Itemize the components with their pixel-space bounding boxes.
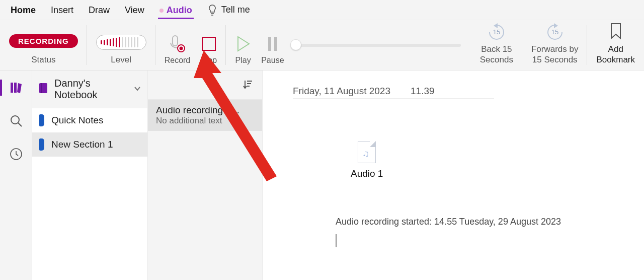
svg-text:15: 15 [493, 28, 500, 36]
section-item-quick-notes[interactable]: Quick Notes [32, 108, 147, 132]
svg-point-10 [11, 116, 19, 124]
playback-slider-group: 00:12 [287, 20, 471, 70]
playback-slider[interactable] [291, 44, 461, 47]
note-date: Friday, 11 August 2023 [293, 86, 390, 97]
note-canvas[interactable]: Friday, 11 August 2023 11.39 ♫ Audio 1 A… [263, 71, 644, 280]
tab-home[interactable]: Home [3, 1, 43, 19]
clock-icon [10, 148, 23, 161]
record-button[interactable]: Record [165, 34, 191, 65]
stop-button[interactable]: Stop [200, 34, 217, 65]
svg-rect-4 [268, 37, 271, 51]
ribbon-tabs: Home Insert Draw View Audio Tell me [0, 0, 644, 20]
section-color-tab [39, 138, 44, 151]
pause-icon [267, 34, 279, 54]
stop-icon [201, 34, 217, 54]
back-15-label: Back 15Seconds [480, 44, 513, 65]
section-label: Quick Notes [51, 115, 103, 126]
tell-me[interactable]: Tell me [200, 0, 258, 20]
sort-icon[interactable] [242, 79, 253, 91]
lightbulb-icon [207, 4, 217, 16]
pages-header [148, 71, 262, 100]
back-15-icon: 15 [487, 22, 507, 42]
play-pause-group: Play Pause [226, 20, 287, 70]
play-icon [235, 34, 251, 54]
status-label: Status [31, 55, 55, 65]
svg-rect-5 [274, 37, 277, 51]
forward-15-icon: 15 [545, 22, 565, 42]
audio-ribbon: RECORDING Status Level Record Stop [0, 20, 644, 71]
recording-badge: RECORDING [9, 34, 78, 48]
notebook-dropdown[interactable]: Danny's Notebook [32, 71, 147, 108]
note-meta: Friday, 11 August 2023 11.39 [293, 86, 494, 99]
tab-insert[interactable]: Insert [43, 1, 81, 19]
slider-thumb[interactable] [290, 39, 301, 50]
back-15-button[interactable]: 15 Back 15Seconds [471, 20, 522, 70]
main-area: Danny's Notebook Quick Notes New Section… [0, 71, 644, 280]
level-group: Level [87, 20, 155, 70]
forward-15-label: Forwards by15 Seconds [531, 44, 579, 65]
recording-started-text: Audio recording started: 14.55 Tuesday, … [336, 217, 561, 227]
chevron-down-icon [133, 84, 141, 95]
sections-panel: Danny's Notebook Quick Notes New Section… [32, 71, 148, 280]
section-color-tab [39, 114, 44, 126]
audio-attachment[interactable]: ♫ Audio 1 [351, 141, 383, 179]
audio-file-icon: ♫ [358, 141, 376, 163]
play-button[interactable]: Play [235, 34, 251, 65]
rail-notebooks[interactable] [4, 78, 28, 98]
notebook-name: Danny's Notebook [54, 78, 129, 101]
svg-rect-0 [173, 36, 178, 46]
record-stop-group: Record Stop [155, 20, 226, 70]
svg-rect-8 [11, 83, 13, 93]
svg-rect-13 [39, 83, 47, 93]
recording-dot-icon [159, 9, 164, 13]
pause-button[interactable]: Pause [261, 34, 284, 65]
text-cursor [336, 234, 337, 247]
svg-line-11 [18, 123, 22, 126]
left-rail [0, 71, 32, 280]
page-title: Audio recording s… [156, 105, 254, 116]
page-subtitle: No additional text [156, 116, 254, 126]
search-icon [10, 114, 23, 127]
svg-rect-9 [14, 83, 17, 93]
forward-15-button[interactable]: 15 Forwards by15 Seconds [522, 20, 588, 70]
rail-search[interactable] [4, 111, 28, 131]
level-meter [96, 35, 146, 50]
status-group: RECORDING Status [0, 20, 87, 70]
section-item-new-section-1[interactable]: New Section 1 [32, 132, 147, 157]
note-time: 11.39 [411, 86, 435, 97]
record-icon [169, 34, 186, 54]
svg-rect-14 [41, 83, 42, 93]
level-label: Level [111, 55, 131, 65]
tab-audio[interactable]: Audio [152, 1, 200, 19]
tab-view[interactable]: View [117, 1, 152, 19]
pages-panel: Audio recording s… No additional text [148, 71, 263, 280]
notebook-icon [38, 82, 49, 97]
svg-text:15: 15 [551, 28, 558, 36]
tab-draw[interactable]: Draw [81, 1, 117, 19]
audio-label: Audio 1 [351, 168, 383, 179]
rail-recent[interactable] [4, 144, 28, 164]
page-item[interactable]: Audio recording s… No additional text [148, 100, 262, 131]
bookmark-icon [609, 22, 623, 42]
add-bookmark-button[interactable]: AddBookmark [587, 20, 644, 70]
svg-rect-3 [202, 37, 215, 50]
section-label: New Section 1 [51, 139, 113, 150]
bookmark-label: AddBookmark [596, 44, 635, 65]
svg-point-2 [180, 47, 183, 50]
